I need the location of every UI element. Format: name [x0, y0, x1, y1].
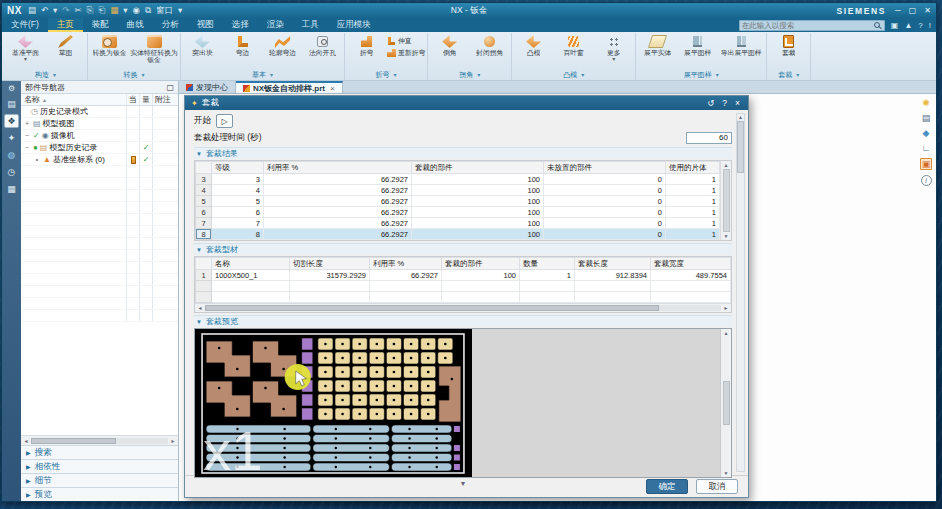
- tab-view[interactable]: 视图: [188, 18, 223, 32]
- table-row-empty[interactable]: [196, 292, 731, 303]
- search-icon[interactable]: [874, 22, 880, 28]
- scrollbar-thumb[interactable]: [205, 305, 659, 311]
- layer-settings-icon[interactable]: ▤: [922, 113, 931, 123]
- rebend-button[interactable]: 重新折弯: [387, 48, 425, 58]
- tab-tools[interactable]: 工具: [293, 18, 328, 32]
- palette-icon[interactable]: ▦: [110, 6, 118, 15]
- closed-corner-button[interactable]: 封闭拐角: [470, 33, 509, 56]
- tab-feature-button[interactable]: 突出块: [183, 33, 222, 56]
- undo-caret-icon[interactable]: ▾: [53, 6, 57, 15]
- history-palette-icon[interactable]: ◷: [4, 165, 19, 179]
- nesting-button[interactable]: 套裁: [769, 33, 808, 56]
- collapse-icon[interactable]: −: [23, 144, 31, 151]
- constraint-navigator-icon[interactable]: ✦: [4, 131, 19, 145]
- dialog-title-bar[interactable]: ✦ 套裁 ↺ ? ×: [185, 96, 748, 110]
- unbend-button[interactable]: 伸直: [387, 36, 425, 46]
- sketch-button[interactable]: 草图: [46, 33, 85, 56]
- table-row[interactable]: 1 1000X500_1 31579.2929 66.2927 100 1 91…: [196, 270, 731, 281]
- collapse-icon[interactable]: −: [23, 132, 31, 139]
- part-navigator-icon[interactable]: ❖: [4, 114, 19, 128]
- roles-icon[interactable]: ▦: [4, 182, 19, 196]
- section-search[interactable]: ▶搜索: [21, 445, 178, 459]
- datum-plane-tool-icon[interactable]: ◆: [923, 128, 930, 138]
- undo-icon[interactable]: ↶: [41, 6, 48, 15]
- window-menu-label[interactable]: 窗口: [156, 6, 173, 15]
- table-row[interactable]: 4466.292710001: [196, 185, 720, 196]
- start-nesting-button[interactable]: ▷: [216, 114, 233, 128]
- contour-flange-button[interactable]: 轮廓弯边: [263, 33, 302, 56]
- check-icon[interactable]: ✓: [33, 132, 40, 140]
- section-preview-header[interactable]: ▼ 套裁预览: [194, 315, 732, 327]
- web-browser-icon[interactable]: ◍: [4, 148, 19, 162]
- dialog-help-icon[interactable]: ?: [720, 98, 729, 108]
- scrollbar-thumb[interactable]: [737, 121, 744, 173]
- section-results-header[interactable]: ▼ 套裁结果: [194, 147, 732, 159]
- group-caption[interactable]: 构造▾: [6, 69, 85, 80]
- datum-plane-button[interactable]: 基准平面▾: [6, 33, 45, 63]
- more-button[interactable]: 更多▾: [594, 33, 633, 63]
- tab-assembly[interactable]: 装配: [83, 18, 118, 32]
- navigator-horizontal-scrollbar[interactable]: ◄ ►: [21, 435, 178, 445]
- tab-selection[interactable]: 选择: [223, 18, 258, 32]
- processing-time-input[interactable]: [686, 132, 732, 144]
- dialog-close-icon[interactable]: ×: [733, 98, 742, 108]
- help-icon[interactable]: ?: [918, 21, 922, 30]
- section-profiles-header[interactable]: ▼ 套裁型材: [194, 243, 732, 255]
- group-caption[interactable]: 展平图样▾: [638, 69, 764, 80]
- restore-button[interactable]: ▢: [909, 6, 917, 15]
- dialog-scrollbar[interactable]: ▲: [736, 113, 745, 472]
- table-row[interactable]: 5566.292710001: [196, 196, 720, 207]
- tab-part-document[interactable]: NX钣金自动排样.prt×: [236, 81, 343, 93]
- scroll-left-icon[interactable]: ◄: [196, 305, 204, 311]
- command-prediction-icon[interactable]: ✺: [922, 98, 930, 108]
- search-input[interactable]: [742, 21, 874, 30]
- group-caption[interactable]: 折弯▾: [347, 69, 425, 80]
- flat-pattern-button[interactable]: 展平图样: [678, 33, 717, 56]
- expand-icon[interactable]: +: [23, 120, 31, 127]
- tab-file[interactable]: 文件(F): [2, 18, 48, 32]
- flatten-solid-button[interactable]: 展平实体: [638, 33, 677, 56]
- scroll-up-icon[interactable]: ▲: [724, 330, 729, 336]
- solid-to-sheetmetal-button[interactable]: 实体特征转换为钣金: [130, 33, 178, 64]
- cut-icon[interactable]: ✂: [74, 6, 81, 15]
- tree-row-model-history[interactable]: −●▤模型历史记录 ✓: [21, 142, 178, 154]
- command-search[interactable]: [739, 20, 885, 31]
- scrollbar-thumb[interactable]: [31, 438, 116, 444]
- paste-icon[interactable]: ⎗: [98, 6, 105, 15]
- dialog-collapse-row[interactable]: ▼: [194, 478, 732, 489]
- flange-button[interactable]: 弯边: [223, 33, 262, 56]
- dialog-reset-icon[interactable]: ↺: [705, 98, 716, 108]
- scroll-down-icon[interactable]: ▼: [724, 470, 729, 476]
- group-caption[interactable]: 转换▾: [90, 69, 178, 80]
- item-dot-icon[interactable]: •: [33, 156, 41, 163]
- tab-application[interactable]: 应用模块: [328, 18, 380, 32]
- scrollbar-thumb[interactable]: [723, 169, 730, 232]
- scroll-up-icon[interactable]: ▲: [738, 114, 743, 120]
- group-caption[interactable]: 套裁▾: [769, 69, 808, 80]
- alert-icon[interactable]: !: [929, 21, 931, 30]
- table-row[interactable]: 6666.292710001: [196, 207, 720, 218]
- microphone-icon[interactable]: ◉: [133, 6, 140, 15]
- scroll-right-icon[interactable]: ►: [169, 438, 177, 444]
- normal-cutout-button[interactable]: 法向开孔: [303, 33, 342, 56]
- tab-discovery-center[interactable]: 发现中心: [179, 81, 236, 93]
- scroll-left-icon[interactable]: ◄: [22, 438, 30, 444]
- results-table-scrollbar[interactable]: ▲ ▼: [720, 161, 731, 240]
- preview-scrollbar[interactable]: ▲ ▼: [720, 329, 731, 477]
- redo-icon[interactable]: ↷: [62, 6, 69, 15]
- copy-icon[interactable]: ⎘: [87, 6, 94, 15]
- nesting-preview[interactable]: x1 ▲ ▼: [194, 328, 732, 478]
- tree-row-model-views[interactable]: +▤模型视图: [21, 118, 178, 130]
- section-preview[interactable]: ▶预览: [21, 487, 178, 501]
- tab-curve[interactable]: 曲线: [118, 18, 153, 32]
- nesting-tool-icon[interactable]: ▣: [920, 158, 933, 170]
- navigator-column-header[interactable]: 名称▲ 当 量 附注: [21, 94, 178, 106]
- group-caption[interactable]: 拐角▾: [430, 69, 509, 80]
- scroll-up-icon[interactable]: ▲: [724, 162, 729, 168]
- nesting-preview-canvas[interactable]: x1: [195, 329, 472, 477]
- collapse-dialog-icon[interactable]: ▼: [460, 480, 467, 487]
- group-caption[interactable]: 基本▾: [183, 69, 342, 80]
- break-corner-button[interactable]: 倒角: [430, 33, 469, 56]
- close-tab-icon[interactable]: ×: [330, 84, 335, 93]
- table-row-selected[interactable]: 8866.292710001: [196, 229, 720, 240]
